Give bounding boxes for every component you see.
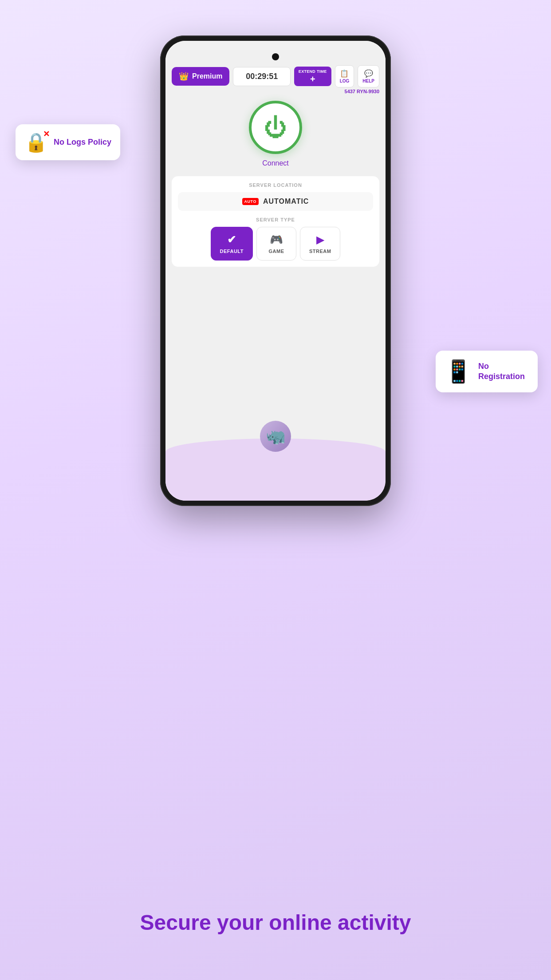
x-badge-icon: ✕ xyxy=(43,129,50,139)
server-type-game[interactable]: 🎮 GAME xyxy=(256,227,296,261)
extend-plus-icon: + xyxy=(310,75,315,83)
gamepad-icon: 🎮 xyxy=(270,233,283,246)
server-section: SERVER LOCATION AUTO AUTOMATIC SERVER TY… xyxy=(172,176,379,267)
bottom-area: 🦏 xyxy=(165,412,386,501)
phone-frame: 👑 Premium 00:29:51 EXTEND TIME + 📋 LOG 💬 xyxy=(160,36,391,506)
location-name: AUTOMATIC xyxy=(263,198,309,205)
log-label: LOG xyxy=(340,79,350,83)
no-registration-card: 📱 No Registration xyxy=(436,351,538,392)
log-button[interactable]: 📋 LOG xyxy=(335,65,354,87)
connect-label: Connect xyxy=(262,159,289,167)
connect-area: ⏻ Connect xyxy=(165,92,386,172)
crown-icon: 👑 xyxy=(179,71,189,81)
screen-content: 👑 Premium 00:29:51 EXTEND TIME + 📋 LOG 💬 xyxy=(165,41,386,501)
shield-icon: ✔ xyxy=(227,233,236,246)
phone-screen: 👑 Premium 00:29:51 EXTEND TIME + 📋 LOG 💬 xyxy=(165,41,386,501)
server-type-label: SERVER TYPE xyxy=(178,217,373,222)
power-button[interactable]: ⏻ xyxy=(249,101,302,154)
premium-label: Premium xyxy=(192,72,222,80)
no-logs-text: No Logs Policy xyxy=(54,137,111,147)
camera xyxy=(272,53,279,60)
no-reg-text: No Registration xyxy=(478,361,529,382)
mascot: 🦏 xyxy=(260,421,291,452)
top-bar: 👑 Premium 00:29:51 EXTEND TIME + 📋 LOG 💬 xyxy=(165,41,386,92)
auto-badge: AUTO xyxy=(242,198,259,205)
game-label: GAME xyxy=(268,249,284,254)
phone-container: 👑 Premium 00:29:51 EXTEND TIME + 📋 LOG 💬 xyxy=(160,36,391,506)
power-icon: ⏻ xyxy=(264,116,287,139)
server-id: 5437 RYN-9930 xyxy=(345,89,379,94)
default-label: DEFAULT xyxy=(220,249,244,254)
server-location-label: SERVER LOCATION xyxy=(178,182,373,188)
mascot-icon: 🦏 xyxy=(266,427,286,446)
timer-display: 00:29:51 xyxy=(233,67,290,86)
no-logs-card: 🔒 ✕ No Logs Policy xyxy=(16,124,120,160)
lock-wrap: 🔒 ✕ xyxy=(24,131,47,153)
premium-button[interactable]: 👑 Premium xyxy=(172,67,229,86)
help-button[interactable]: 💬 HELP xyxy=(358,65,379,87)
extend-time-button[interactable]: EXTEND TIME + xyxy=(294,67,331,86)
log-icon: 📋 xyxy=(340,69,349,78)
stream-label: STREAM xyxy=(309,249,331,254)
help-label: HELP xyxy=(362,79,374,83)
phone-hand-icon: 📱 xyxy=(445,359,472,384)
server-type-default[interactable]: ✔ DEFAULT xyxy=(211,227,253,261)
tagline: Secure your online activity xyxy=(0,910,551,936)
server-types: ✔ DEFAULT 🎮 GAME ▶ STREAM xyxy=(178,227,373,261)
location-row[interactable]: AUTO AUTOMATIC xyxy=(178,192,373,211)
whatsapp-icon: 💬 xyxy=(364,69,373,78)
film-icon: ▶ xyxy=(316,233,324,246)
server-type-stream[interactable]: ▶ STREAM xyxy=(300,227,340,261)
